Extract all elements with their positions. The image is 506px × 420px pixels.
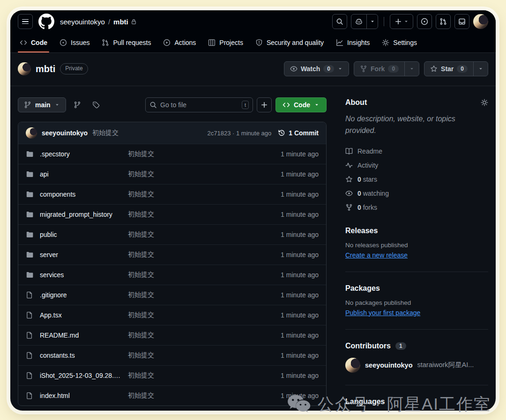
file-commit-message-link[interactable]: 初始提交 — [128, 230, 274, 239]
inbox-button[interactable] — [454, 14, 469, 29]
copilot-button[interactable] — [351, 14, 378, 29]
go-to-file-search[interactable]: t — [145, 97, 253, 112]
file-commit-message-link[interactable]: 初始提交 — [128, 371, 274, 380]
file-commit-message-link[interactable]: 初始提交 — [128, 150, 274, 158]
file-commit-message-link[interactable]: 初始提交 — [128, 351, 274, 360]
create-new-button[interactable] — [390, 14, 413, 29]
file-row[interactable]: App.tsx 初始提交 1 minute ago — [18, 305, 326, 325]
folder-icon — [26, 231, 33, 238]
tab-security[interactable]: Security and quality — [251, 33, 328, 52]
breadcrumb-owner-link[interactable]: seeyouintokyo — [60, 18, 105, 26]
file-row[interactable]: index.html 初始提交 1 minute ago — [18, 385, 326, 405]
copilot-chevron-down-icon[interactable] — [366, 15, 378, 29]
create-release-link[interactable]: Create a new release — [345, 251, 408, 259]
file-name-link[interactable]: .specstory — [40, 150, 121, 158]
file-commit-message-link[interactable]: 初始提交 — [128, 170, 274, 178]
gear-icon[interactable] — [481, 99, 488, 106]
code-dropdown-button[interactable]: Code — [275, 97, 327, 112]
tab-code[interactable]: Code — [15, 33, 52, 52]
add-file-button[interactable] — [257, 97, 272, 112]
hamburger-menu-button[interactable] — [18, 14, 33, 29]
file-name-link[interactable]: server — [40, 251, 121, 258]
about-list: Readme Activity 0 stars 0 watching — [345, 144, 488, 214]
file-name-link[interactable]: components — [40, 191, 121, 198]
releases-empty-text: No releases published — [345, 242, 488, 249]
file-row[interactable]: migrated_prompt_history 初始提交 1 minute ag… — [18, 204, 326, 224]
file-name-link[interactable]: migrated_prompt_history — [40, 211, 121, 218]
contributor-name[interactable]: seeyouintokyo — [365, 361, 413, 369]
about-item-stars[interactable]: 0 stars — [345, 172, 488, 186]
file-name-link[interactable]: services — [40, 271, 121, 279]
tab-issues[interactable]: Issues — [55, 33, 94, 52]
header-divider — [384, 17, 384, 26]
file-row[interactable]: iShot_2025-12-03_09.28.1... 初始提交 1 minut… — [18, 365, 326, 385]
file-row[interactable]: api 初始提交 1 minute ago — [18, 164, 326, 184]
file-commit-message-link[interactable]: 初始提交 — [128, 190, 274, 199]
about-item-activity[interactable]: Activity — [345, 158, 488, 172]
repo-title: mbti — [36, 64, 55, 74]
file-commit-message-link[interactable]: 初始提交 — [128, 271, 274, 279]
file-row[interactable]: .gitignore 初始提交 1 minute ago — [18, 285, 326, 305]
tab-projects[interactable]: Projects — [203, 33, 248, 52]
file-row[interactable]: server 初始提交 1 minute ago — [18, 244, 326, 265]
commit-author[interactable]: seeyouintokyo — [42, 129, 88, 137]
file-name-link[interactable]: iShot_2025-12-03_09.28.1... — [40, 372, 121, 379]
go-to-file-input[interactable] — [160, 101, 238, 109]
copilot-icon[interactable] — [351, 15, 366, 29]
file-row[interactable]: .specstory 初始提交 1 minute ago — [18, 144, 326, 164]
branches-button[interactable] — [70, 97, 85, 112]
file-commit-message-link[interactable]: 初始提交 — [128, 391, 274, 400]
file-row[interactable]: components 初始提交 1 minute ago — [18, 184, 326, 204]
about-item-readme[interactable]: Readme — [345, 144, 488, 158]
file-name-link[interactable]: public — [40, 231, 121, 238]
about-item-forks[interactable]: 0 forks — [345, 200, 488, 214]
user-avatar[interactable] — [473, 14, 488, 29]
file-row[interactable]: public 初始提交 1 minute ago — [18, 224, 326, 244]
file-commit-message-link[interactable]: 初始提交 — [128, 311, 274, 319]
file-name-link[interactable]: .gitignore — [40, 291, 121, 299]
tab-settings[interactable]: Settings — [377, 33, 422, 52]
tags-button[interactable] — [89, 97, 104, 112]
app-header: seeyouintokyo / mbti — [10, 10, 496, 33]
commit-author-avatar[interactable] — [26, 127, 37, 139]
branch-selector[interactable]: main — [18, 97, 66, 112]
tab-pull-requests[interactable]: Pull requests — [97, 33, 156, 52]
latest-commit-bar[interactable]: seeyouintokyo 初始提交 2c71823 · 1 minute ag… — [18, 122, 326, 144]
github-logo-icon[interactable] — [38, 14, 54, 29]
issues-dashboard-button[interactable] — [417, 14, 432, 29]
file-row[interactable]: services 初始提交 1 minute ago — [18, 265, 326, 285]
tab-actions[interactable]: Actions — [158, 33, 201, 52]
file-commit-message-link[interactable]: 初始提交 — [128, 210, 274, 219]
publish-package-link[interactable]: Publish your first package — [345, 309, 420, 317]
tab-insights[interactable]: Insights — [331, 33, 374, 52]
contributor-row[interactable]: seeyouintokyo staraiwork阿星AI... — [345, 358, 488, 373]
file-name-link[interactable]: api — [40, 170, 121, 178]
file-name-link[interactable]: README.md — [40, 332, 121, 339]
watch-button[interactable]: Watch 0 — [284, 61, 349, 76]
repo-owner-avatar[interactable] — [18, 62, 31, 75]
file-name-link[interactable]: App.tsx — [40, 311, 121, 319]
history-icon — [278, 129, 285, 137]
star-button[interactable]: Star 0 — [424, 61, 488, 76]
about-item-watching[interactable]: 0 watching — [345, 186, 488, 200]
breadcrumb-repo-link[interactable]: mbti — [113, 18, 137, 26]
file-name-link[interactable]: constants.ts — [40, 352, 121, 359]
file-row[interactable]: constants.ts 初始提交 1 minute ago — [18, 345, 326, 365]
file-name-link[interactable]: index.html — [40, 392, 121, 399]
search-button[interactable] — [332, 14, 347, 29]
pull-requests-dashboard-button[interactable] — [436, 14, 451, 29]
file-row[interactable]: README.md 初始提交 1 minute ago — [18, 325, 326, 345]
code-icon — [20, 39, 27, 46]
commit-meta[interactable]: 2c71823 · 1 minute ago — [208, 130, 272, 137]
file-commit-time: 1 minute ago — [281, 150, 319, 158]
contributor-avatar[interactable] — [345, 358, 360, 373]
file-commit-message-link[interactable]: 初始提交 — [128, 331, 274, 339]
fork-button[interactable]: Fork 0 — [354, 61, 419, 76]
commit-history-link[interactable]: 1 Commit — [278, 129, 319, 137]
file-commit-message-link[interactable]: 初始提交 — [128, 251, 274, 259]
gear-icon — [382, 39, 389, 46]
file-commit-message-link[interactable]: 初始提交 — [128, 291, 274, 299]
commit-message[interactable]: 初始提交 — [92, 129, 119, 137]
search-icon — [336, 18, 343, 25]
file-commit-time: 1 minute ago — [281, 170, 319, 178]
